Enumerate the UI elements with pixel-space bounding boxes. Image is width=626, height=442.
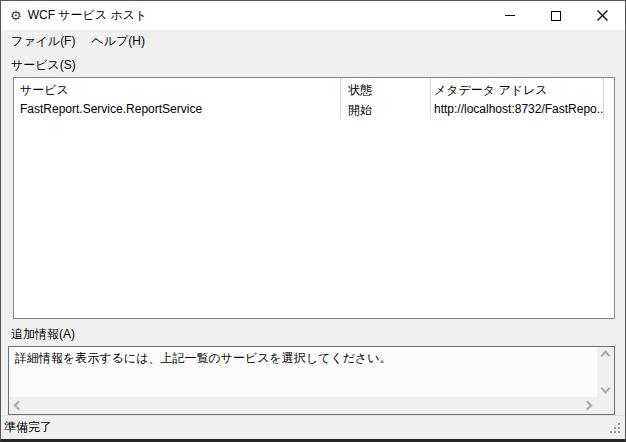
vertical-scrollbar[interactable]	[597, 347, 614, 397]
additional-info-label: 追加情報(A)	[11, 327, 625, 342]
status-bar: 準備完了	[1, 415, 625, 439]
cell-service-status: 開始	[340, 100, 430, 119]
additional-info-box[interactable]: 詳細情報を表示するには、上記一覧のサービスを選択してください。	[8, 346, 615, 415]
scroll-left-icon[interactable]	[14, 401, 24, 411]
resize-grip-icon[interactable]	[610, 423, 622, 435]
maximize-icon	[551, 11, 561, 21]
wcf-service-host-window: ⚙ WCF サービス ホスト ファイル(F) ヘルプ(H) サービス(S) サー…	[0, 0, 626, 442]
column-header-metadata-address[interactable]: メタデータ アドレス	[430, 78, 603, 100]
scroll-up-icon[interactable]	[601, 351, 611, 361]
scrollbar-corner	[597, 397, 614, 414]
minimize-button[interactable]	[487, 1, 533, 30]
column-separator	[340, 78, 341, 119]
close-icon	[597, 10, 608, 21]
window-controls	[487, 1, 625, 30]
scroll-down-icon[interactable]	[601, 384, 611, 394]
column-separator	[603, 78, 604, 119]
menu-file[interactable]: ファイル(F)	[3, 30, 83, 53]
gear-icon: ⚙	[10, 9, 22, 22]
scroll-right-icon[interactable]	[583, 401, 593, 411]
menu-help[interactable]: ヘルプ(H)	[83, 30, 153, 53]
minimize-icon	[505, 15, 515, 16]
close-button[interactable]	[579, 1, 625, 30]
maximize-button[interactable]	[533, 1, 579, 30]
services-listview[interactable]: サービス 状態 メタデータ アドレス FastReport.Service.Re…	[13, 77, 615, 319]
table-row[interactable]: FastReport.Service.ReportService 開始 http…	[14, 100, 614, 119]
title-bar[interactable]: ⚙ WCF サービス ホスト	[1, 1, 625, 30]
column-separator	[430, 78, 431, 119]
additional-info-text: 詳細情報を表示するには、上記一覧のサービスを選択してください。	[9, 347, 614, 367]
column-header-status[interactable]: 状態	[340, 78, 430, 100]
window-title: WCF サービス ホスト	[28, 7, 148, 24]
menu-bar: ファイル(F) ヘルプ(H)	[1, 30, 625, 53]
listview-header: サービス 状態 メタデータ アドレス	[14, 78, 614, 100]
status-text: 準備完了	[4, 419, 52, 436]
services-label: サービス(S)	[11, 58, 625, 73]
column-header-service[interactable]: サービス	[14, 78, 340, 100]
cell-metadata-address: http://localhost:8732/FastRepo...	[430, 100, 603, 119]
cell-service-name: FastReport.Service.ReportService	[14, 100, 340, 119]
horizontal-scrollbar[interactable]	[9, 397, 597, 414]
